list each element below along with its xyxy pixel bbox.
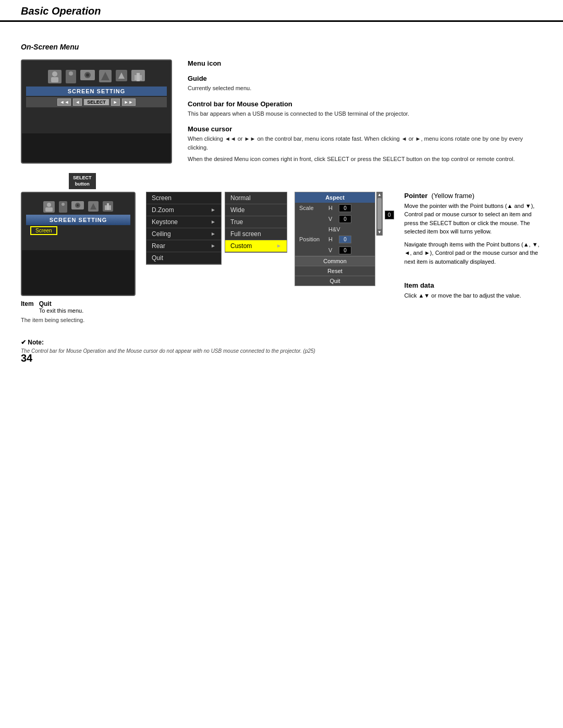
callout-pointer-text2: Navigate through items with the Point bu… <box>405 240 542 266</box>
menu-arrow: ► <box>211 243 216 249</box>
select-btn-line1: SELECT <box>73 175 92 181</box>
menu-item-keystone[interactable]: Keystone► <box>146 216 221 228</box>
icon-figure-1 <box>48 70 62 83</box>
submenu-item-label: True <box>230 218 243 226</box>
menu-item-label: Screen <box>152 194 172 202</box>
aspect-panel: Aspect Scale H 0 V 0 H&V <box>295 192 375 286</box>
quit-label-area: Quit To exit this menu. <box>39 300 84 314</box>
menu-item-ceiling[interactable]: Ceiling► <box>146 228 221 240</box>
ctrl-rewind[interactable]: ◄◄ <box>57 98 71 106</box>
aspect-quit[interactable]: Quit <box>295 276 375 286</box>
submenu-item-label: Wide <box>230 206 244 214</box>
menu-item-label: Ceiling <box>152 230 171 238</box>
callouts-top-right: Menu icon Guide Currently selected menu.… <box>172 59 542 171</box>
ctrl-back[interactable]: ◄ <box>73 98 82 106</box>
main-content: On-Screen Menu SCREEN SETTING <box>0 32 563 375</box>
icon-arrow-box <box>116 70 127 81</box>
svg-point-19 <box>62 203 65 206</box>
callout-mouse-cursor-text2: When the desired Menu icon comes right i… <box>188 155 542 164</box>
svg-rect-14 <box>137 73 140 81</box>
menu-item-rear[interactable]: Rear► <box>146 240 221 252</box>
svg-point-16 <box>47 203 51 207</box>
select-button-box: SELECT button <box>69 173 96 189</box>
callout-item-data-text: Click ▲▼ or move the bar to adjust the v… <box>405 291 542 300</box>
item-being-selected-text: The item being selecting. <box>21 317 136 323</box>
aspect-scrollbar[interactable]: ▲ ▼ <box>376 192 383 236</box>
submenu-item-normal[interactable]: Normal <box>225 192 287 204</box>
aspect-label-position: Position <box>299 236 325 242</box>
scroll-up[interactable]: ▲ <box>377 193 382 197</box>
menu-item-quit[interactable]: Quit <box>146 252 221 264</box>
icon-gift <box>131 70 145 81</box>
submenu-items-list: NormalWideTrueFull screenCustom► <box>225 192 287 252</box>
screen-icons-area-top <box>45 65 148 87</box>
menu-arrow: ► <box>211 231 216 237</box>
screen-mock-bottom: SCREEN SETTING Screen <box>21 192 136 296</box>
hv-val-box: 0 <box>385 211 394 219</box>
submenu-panel: NormalWideTrueFull screenCustom► <box>225 192 287 253</box>
screen-mock2-wrapper: SCREEN SETTING Screen Item Quit To exit … <box>21 192 136 323</box>
callout-control-bar-text: This bar appears when a USB mouse is con… <box>188 109 542 118</box>
select-btn-line2: button <box>73 181 92 188</box>
svg-point-4 <box>69 71 73 76</box>
page-title: Basic Operation <box>21 5 542 17</box>
aspect-reset[interactable]: Reset <box>295 266 375 276</box>
aspect-sub-hv: H&V <box>328 226 340 232</box>
aspect-sub-pos-h: H <box>328 236 336 242</box>
submenu-item-true[interactable]: True <box>225 216 287 228</box>
aspect-common[interactable]: Common <box>295 256 375 266</box>
aspect-row-scale-v: V 0 <box>295 214 375 225</box>
svg-point-1 <box>52 71 57 77</box>
scroll-down[interactable]: ▼ <box>377 230 382 235</box>
section-heading: On-Screen Menu <box>21 43 542 51</box>
submenu-item-custom[interactable]: Custom► <box>225 240 287 252</box>
aspect-val-pos-h: 0 <box>339 236 351 243</box>
submenu-item-label: Full screen <box>230 230 261 238</box>
screen-inner-bottom: SCREEN SETTING Screen <box>22 193 134 250</box>
aspect-val-scale-h: 0 <box>339 204 351 212</box>
callout-guide-text: Currently selected menu. <box>188 84 542 93</box>
ctrl-select-btn[interactable]: SELECT <box>84 99 109 105</box>
submenu-item-label: Normal <box>230 194 251 202</box>
menu-items-list: ScreenD.Zoom►Keystone►Ceiling►Rear►Quit <box>146 192 221 264</box>
icon-b4 <box>88 201 99 212</box>
menu-arrow: ► <box>211 207 216 213</box>
screen-icons-area-bottom <box>41 197 115 215</box>
submenu-item-wide[interactable]: Wide <box>225 204 287 216</box>
ctrl-ffwd[interactable]: ►► <box>122 98 136 106</box>
svg-rect-17 <box>45 207 53 212</box>
screen-menu-row: Screen <box>26 225 130 237</box>
aspect-sub-v: V <box>328 216 336 222</box>
submenu-item-full-screen[interactable]: Full screen <box>225 228 287 240</box>
icon-figure-2 <box>66 70 76 83</box>
right-callouts-bottom: Pointer (Yellow frame) Move the pointer … <box>394 192 542 300</box>
note-text: The Control bar for Mouse Operation and … <box>21 348 542 354</box>
aspect-row-pos-h: Position H 0 <box>295 234 375 245</box>
menu-arrow: ► <box>211 219 216 225</box>
item-label-text: Item <box>21 300 34 307</box>
aspect-label-scale: Scale <box>299 205 325 211</box>
menu-item-label: Keystone <box>152 218 178 226</box>
submenu-arrow: ► <box>276 243 282 249</box>
quit-desc-text: To exit this menu. <box>39 307 84 314</box>
note-section: ✔ Note: The Control bar for Mouse Operat… <box>21 339 542 354</box>
svg-rect-2 <box>51 77 58 82</box>
callout-mouse-cursor-text1: When clicking ◄◄ or ►► on the control ba… <box>188 134 542 152</box>
aspect-row-hv: H&V <box>295 225 375 234</box>
aspect-panel-wrapper: Aspect Scale H 0 V 0 H&V <box>290 192 394 286</box>
screen-mock-top: SCREEN SETTING ◄◄ ◄ SELECT ► ►► <box>21 59 172 164</box>
diagram-top: SCREEN SETTING ◄◄ ◄ SELECT ► ►► SELECT b… <box>21 59 542 171</box>
menu-item-d.zoom[interactable]: D.Zoom► <box>146 204 221 216</box>
menu-item-label: D.Zoom <box>152 206 174 214</box>
aspect-val-pos-v: 0 <box>339 246 351 254</box>
menu-item-screen[interactable]: Screen <box>146 192 221 204</box>
hv-side-value: 0 <box>385 192 394 219</box>
aspect-sub-pos-v: V <box>328 247 336 253</box>
quit-label-text: Quit <box>39 300 52 307</box>
menu-panel: ScreenD.Zoom►Keystone►Ceiling►Rear►Quit <box>146 192 222 265</box>
callout-guide: Guide Currently selected menu. <box>188 75 542 93</box>
ctrl-fwd[interactable]: ► <box>111 98 120 106</box>
submenu-item-label: Custom <box>230 242 252 250</box>
icon-camera-top <box>80 70 95 80</box>
callout-pointer-title: Pointer (Yellow frame) <box>405 192 542 200</box>
